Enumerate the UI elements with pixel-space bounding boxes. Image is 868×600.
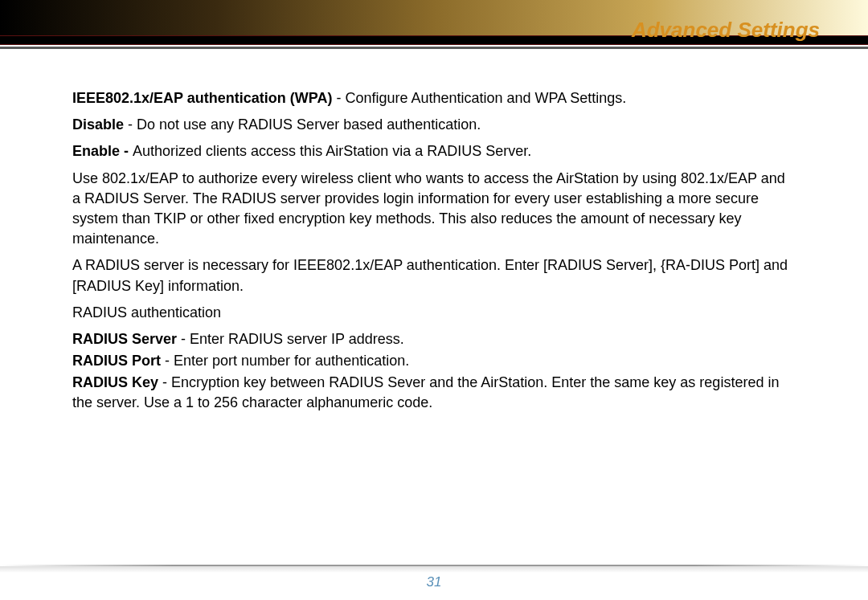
header-band: Advanced Settings [0, 0, 868, 48]
text: - Configure Authentication and WPA Setti… [332, 90, 626, 106]
paragraph-radius-necessary: A RADIUS server is necessary for IEEE802… [72, 255, 796, 296]
bold-label: Disable [72, 116, 124, 133]
paragraph-radius-server: RADIUS Server - Enter RADIUS server IP a… [72, 329, 796, 349]
content-area: IEEE802.1x/EAP authentication (WPA) - Co… [0, 48, 868, 414]
paragraph-disable: Disable - Do not use any RADIUS Server b… [72, 115, 796, 135]
paragraph-use-8021x: Use 802.1x/EAP to authorize every wirele… [72, 169, 796, 250]
paragraph-ieee-auth: IEEE802.1x/EAP authentication (WPA) - Co… [72, 88, 796, 108]
text: - Encryption key between RADIUS Sever an… [72, 374, 779, 410]
page-title: Advanced Settings [632, 18, 820, 43]
header-thin-line [0, 47, 868, 49]
footer-shadow [0, 566, 868, 573]
paragraph-radius-key: RADIUS Key - Encryption key between RADI… [72, 373, 796, 413]
text: RADIUS authentication [72, 304, 221, 320]
page-number: 31 [427, 574, 442, 590]
bold-label: RADIUS Server [72, 331, 177, 347]
text: - Do not use any RADIUS Server based aut… [124, 116, 481, 133]
paragraph-enable: Enable - Authorized clients access this … [72, 141, 796, 161]
bold-label: RADIUS Port [72, 353, 161, 369]
bold-label: IEEE802.1x/EAP authentication (WPA) [72, 90, 332, 106]
text: A RADIUS server is necessary for IEEE802… [72, 257, 788, 293]
text: - Enter RADIUS server IP address. [177, 331, 404, 347]
text: - Enter port number for authentication. [161, 353, 409, 369]
text: Use 802.1x/EAP to authorize every wirele… [72, 170, 785, 247]
bold-label: RADIUS Key [72, 374, 158, 390]
bold-label: Enable - [72, 143, 133, 159]
paragraph-radius-auth: RADIUS authentication [72, 303, 796, 323]
text: Authorized clients access this AirStatio… [133, 143, 531, 159]
paragraph-radius-port: RADIUS Port - Enter port number for auth… [72, 351, 796, 371]
